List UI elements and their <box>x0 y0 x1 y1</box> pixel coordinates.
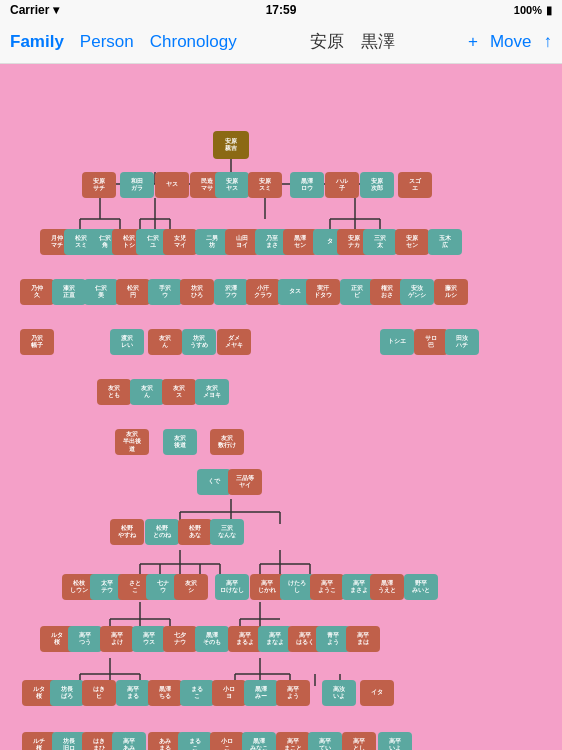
node-g4-5[interactable]: ダメメヤキ <box>217 329 251 355</box>
bot-g5-8[interactable]: 黒澤みなこ <box>242 732 276 750</box>
bot-g4-4[interactable]: 高平まる <box>116 680 150 706</box>
bot-g3-7[interactable]: 高平まるよ <box>228 626 262 652</box>
bot-g5-7[interactable]: 小ロこ <box>210 732 244 750</box>
bot-g5-9[interactable]: 高平まこと <box>276 732 310 750</box>
node-g3-6[interactable]: 坊沢ひろ <box>180 279 214 305</box>
node-g4-1[interactable]: 乃沢幅子 <box>20 329 54 355</box>
bot-g5-10[interactable]: 高平てい <box>308 732 342 750</box>
node-g4-2[interactable]: 渡沢レい <box>110 329 144 355</box>
node-g2-10[interactable]: 黒澤セン <box>283 229 317 255</box>
node-g1-3[interactable]: ヤス <box>155 172 189 198</box>
add-button[interactable]: + <box>468 32 478 52</box>
node-g5-4[interactable]: 友沢メヨキ <box>195 379 229 405</box>
node-g3-3[interactable]: 仁沢美 <box>84 279 118 305</box>
share-button[interactable]: ↑ <box>543 32 552 52</box>
bot-g4-3[interactable]: はきヒ <box>82 680 116 706</box>
bot-g5-1[interactable]: ルチ桜 <box>22 732 56 750</box>
node-g1-9[interactable]: 安原次郎 <box>360 172 394 198</box>
bot-g3-10[interactable]: 青平よう <box>316 626 350 652</box>
node-g3-5[interactable]: 手沢ウ <box>148 279 182 305</box>
bot-g5-5[interactable]: あみまる <box>148 732 182 750</box>
node-g3-1[interactable]: 乃仲久 <box>20 279 54 305</box>
node-g1-2[interactable]: 和田ガラ <box>120 172 154 198</box>
bot-g2-6[interactable]: 高平ロけなし <box>215 574 249 600</box>
bot-g4-2[interactable]: 坊長ばろ <box>50 680 84 706</box>
bot-g4-8[interactable]: 黒澤みー <box>244 680 278 706</box>
node-g2-8[interactable]: 山田ヨイ <box>225 229 259 255</box>
move-button[interactable]: Move <box>490 32 532 52</box>
bot-g5-6[interactable]: まるこ <box>178 732 212 750</box>
nav-actions: + Move ↑ <box>468 32 552 52</box>
node-g3-8[interactable]: 小汗クラウ <box>246 279 280 305</box>
bot-g3-11[interactable]: 高平まは <box>346 626 380 652</box>
bot-g2-7[interactable]: 高平じかれ <box>250 574 284 600</box>
node-g4-4[interactable]: 坊沢うすめ <box>182 329 216 355</box>
bot-g2-9[interactable]: 高平ようこ <box>310 574 344 600</box>
bottom-root-2[interactable]: 三品等ヤイ <box>228 469 262 495</box>
node-g1-5[interactable]: 安原ヤス <box>215 172 249 198</box>
node-g3-2[interactable]: 漆沢正直 <box>52 279 86 305</box>
status-right: 100% ▮ <box>514 4 552 17</box>
node-g6-3[interactable]: 友沢数行け <box>210 429 244 455</box>
bot-g3-3[interactable]: 高平よけ <box>100 626 134 652</box>
bot-g2-5[interactable]: 友沢シ <box>174 574 208 600</box>
bot-g5-12[interactable]: 高平いよ <box>378 732 412 750</box>
bot-g3-4[interactable]: 高平ウス <box>132 626 166 652</box>
bot-g5-11[interactable]: 高平とし <box>342 732 376 750</box>
node-g1-8[interactable]: ハル子 <box>325 172 359 198</box>
node-g1-7[interactable]: 黒澤ロウ <box>290 172 324 198</box>
family-tree-canvas[interactable]: 安原親吉 安原サチ 和田ガラ ヤス 民造マサ 安原ヤス 安原スミ 黒澤ロウ ハル… <box>0 64 562 750</box>
bot-g1-1[interactable]: 松野やすね <box>110 519 144 545</box>
bot-g3-2[interactable]: 高平つう <box>68 626 102 652</box>
root-node[interactable]: 安原親吉 <box>213 131 249 159</box>
bot-g3-6[interactable]: 黒澤そのも <box>195 626 229 652</box>
bot-g1-2[interactable]: 松野とのね <box>145 519 179 545</box>
tab-person[interactable]: Person <box>80 28 134 56</box>
bot-g5-2[interactable]: 坊長旧ロ <box>52 732 86 750</box>
node-g3-4[interactable]: 松沢円 <box>116 279 150 305</box>
node-g1-6[interactable]: 安原スミ <box>248 172 282 198</box>
node-g4-6[interactable]: トシエ <box>380 329 414 355</box>
node-g2-14[interactable]: 安原セン <box>395 229 429 255</box>
node-g2-15[interactable]: 玉木広 <box>428 229 462 255</box>
node-g2-6[interactable]: 女児マイ <box>163 229 197 255</box>
bot-g3-5[interactable]: 七夕ナウ <box>163 626 197 652</box>
bot-g4-6[interactable]: まるこ <box>180 680 214 706</box>
bot-g2-11[interactable]: 黒澤うえと <box>370 574 404 600</box>
node-g3-10[interactable]: 実汗ドタウ <box>306 279 340 305</box>
node-g1-1[interactable]: 安原サチ <box>82 172 116 198</box>
node-g3-13[interactable]: 安汝ゲンシ <box>400 279 434 305</box>
tab-chronology[interactable]: Chronology <box>150 28 237 56</box>
node-g4-8[interactable]: 田汝ハチ <box>445 329 479 355</box>
node-g3-11[interactable]: 正沢ビ <box>340 279 374 305</box>
bot-g4-11[interactable]: イタ <box>360 680 394 706</box>
bot-g4-10[interactable]: 高汝いよ <box>322 680 356 706</box>
bottom-root-1[interactable]: くで <box>197 469 231 495</box>
bot-g5-3[interactable]: はきまひ <box>82 732 116 750</box>
bot-g3-8[interactable]: 高平まなよ <box>258 626 292 652</box>
node-g2-7[interactable]: 二男坊 <box>195 229 229 255</box>
bot-g1-3[interactable]: 松野あな <box>178 519 212 545</box>
bot-g4-9[interactable]: 高平よう <box>276 680 310 706</box>
node-g6-2[interactable]: 友沢後道 <box>163 429 197 455</box>
bot-g2-12[interactable]: 野平みいと <box>404 574 438 600</box>
node-g6-1[interactable]: 友沢半出後道 <box>115 429 149 455</box>
node-g1-10[interactable]: スゴエ <box>398 172 432 198</box>
node-g5-2[interactable]: 友沢ん <box>130 379 164 405</box>
bot-g5-4[interactable]: 高平あみ <box>112 732 146 750</box>
bot-g4-7[interactable]: 小ロヨ <box>212 680 246 706</box>
node-g4-3[interactable]: 友沢ん <box>148 329 182 355</box>
nav-tabs: Family Person Chronology <box>10 28 237 56</box>
node-g3-7[interactable]: 沢澤フウ <box>214 279 248 305</box>
bot-g1-4[interactable]: 三沢なんな <box>210 519 244 545</box>
node-g5-1[interactable]: 友沢とも <box>97 379 131 405</box>
bot-g2-8[interactable]: けたろし <box>280 574 314 600</box>
node-g5-3[interactable]: 友沢ス <box>162 379 196 405</box>
node-g3-14[interactable]: 藤沢ルシ <box>434 279 468 305</box>
bot-g4-5[interactable]: 黒澤ちる <box>148 680 182 706</box>
status-bar: Carrier ▾ 17:59 100% ▮ <box>0 0 562 20</box>
node-g3-12[interactable]: 権沢おさ <box>370 279 404 305</box>
node-g2-13[interactable]: 三沢太 <box>363 229 397 255</box>
node-g4-7[interactable]: サロ巴 <box>414 329 448 355</box>
tab-family[interactable]: Family <box>10 28 64 56</box>
